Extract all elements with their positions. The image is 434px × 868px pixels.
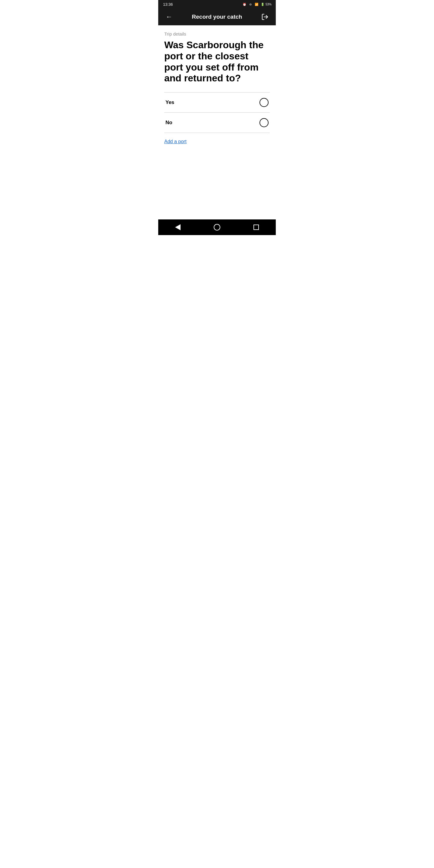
battery-icon: 🔋 (260, 2, 265, 7)
bottom-home-button[interactable] (210, 220, 224, 235)
option-yes[interactable]: Yes (164, 93, 270, 113)
logout-icon (261, 13, 269, 21)
status-bar: 13:36 ⏰ ⊖ 📶 🔋 53% (158, 0, 276, 8)
back-arrow-icon: ← (166, 13, 173, 20)
option-yes-label: Yes (165, 99, 174, 105)
bottom-nav (158, 219, 276, 235)
bottom-back-icon (175, 224, 181, 230)
logout-button[interactable] (259, 11, 271, 23)
dnd-icon: ⊖ (248, 2, 253, 7)
radio-yes[interactable] (259, 98, 269, 107)
question-text: Was Scarborough the port or the closest … (164, 39, 270, 84)
bottom-recents-button[interactable] (249, 220, 264, 235)
nav-bar: ← Record your catch (158, 8, 276, 25)
bottom-home-icon (214, 224, 220, 230)
status-time: 13:36 (163, 2, 173, 7)
back-button[interactable]: ← (163, 11, 175, 23)
section-label: Trip details (164, 31, 270, 36)
bottom-back-button[interactable] (170, 220, 185, 235)
option-no-label: No (165, 120, 173, 126)
add-port-link[interactable]: Add a port (164, 139, 187, 144)
nav-title: Record your catch (175, 13, 259, 20)
battery-percent: 53% (266, 2, 271, 7)
radio-no[interactable] (259, 118, 269, 127)
signal-icon: 📶 (254, 2, 259, 7)
bottom-recents-icon (253, 224, 259, 230)
status-icons: ⏰ ⊖ 📶 🔋 53% (242, 2, 271, 7)
option-no[interactable]: No (164, 113, 270, 133)
alarm-icon: ⏰ (242, 2, 247, 7)
main-content: Trip details Was Scarborough the port or… (158, 25, 276, 219)
